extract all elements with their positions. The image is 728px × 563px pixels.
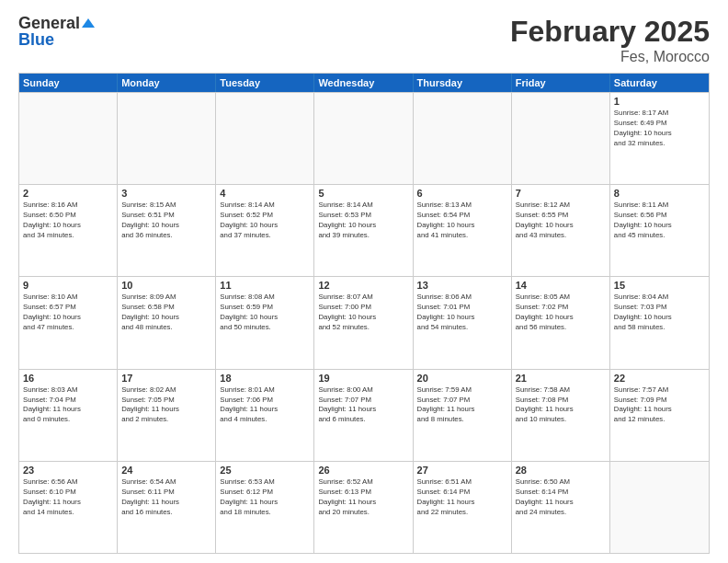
calendar-day-7: 7Sunrise: 8:12 AM Sunset: 6:55 PM Daylig… xyxy=(512,185,610,276)
day-info: Sunrise: 8:15 AM Sunset: 6:51 PM Dayligh… xyxy=(121,201,211,241)
day-number: 10 xyxy=(121,280,211,291)
day-info: Sunrise: 8:05 AM Sunset: 7:02 PM Dayligh… xyxy=(516,293,606,333)
location: Fes, Morocco xyxy=(510,49,710,65)
day-number: 27 xyxy=(417,465,507,476)
logo-blue: Blue xyxy=(18,31,54,48)
day-number: 1 xyxy=(614,96,705,107)
day-info: Sunrise: 8:00 AM Sunset: 7:07 PM Dayligh… xyxy=(318,385,408,426)
month-title: February 2025 xyxy=(510,15,710,49)
day-info: Sunrise: 6:54 AM Sunset: 6:11 PM Dayligh… xyxy=(121,477,211,518)
header-day-wednesday: Wednesday xyxy=(314,74,413,92)
day-info: Sunrise: 8:16 AM Sunset: 6:50 PM Dayligh… xyxy=(23,201,113,241)
calendar-day-23: 23Sunrise: 6:56 AM Sunset: 6:10 PM Dayli… xyxy=(19,462,118,553)
page: General Blue February 2025 Fes, Morocco … xyxy=(0,0,728,563)
calendar-day-21: 21Sunrise: 7:58 AM Sunset: 7:08 PM Dayli… xyxy=(512,370,610,461)
calendar-empty-cell xyxy=(610,462,709,553)
day-number: 26 xyxy=(318,465,408,476)
header-day-monday: Monday xyxy=(118,74,216,92)
day-number: 7 xyxy=(516,188,606,199)
day-number: 22 xyxy=(614,373,705,384)
day-number: 24 xyxy=(121,465,211,476)
header-day-tuesday: Tuesday xyxy=(216,74,314,92)
calendar-empty-cell xyxy=(414,93,512,184)
day-number: 25 xyxy=(220,465,310,476)
day-number: 8 xyxy=(614,188,705,199)
calendar-day-15: 15Sunrise: 8:04 AM Sunset: 7:03 PM Dayli… xyxy=(610,277,709,368)
calendar-day-4: 4Sunrise: 8:14 AM Sunset: 6:52 PM Daylig… xyxy=(216,185,314,276)
day-info: Sunrise: 8:13 AM Sunset: 6:54 PM Dayligh… xyxy=(417,201,507,241)
calendar-day-13: 13Sunrise: 8:06 AM Sunset: 7:01 PM Dayli… xyxy=(414,277,512,368)
calendar-day-26: 26Sunrise: 6:52 AM Sunset: 6:13 PM Dayli… xyxy=(314,462,413,553)
calendar-day-16: 16Sunrise: 8:03 AM Sunset: 7:04 PM Dayli… xyxy=(19,370,118,461)
day-number: 21 xyxy=(516,373,606,384)
header-day-thursday: Thursday xyxy=(414,74,512,92)
day-number: 15 xyxy=(614,280,705,291)
calendar-empty-cell xyxy=(19,93,118,184)
day-number: 5 xyxy=(318,188,408,199)
day-info: Sunrise: 8:01 AM Sunset: 7:06 PM Dayligh… xyxy=(220,385,310,426)
day-number: 18 xyxy=(220,373,310,384)
day-info: Sunrise: 7:57 AM Sunset: 7:09 PM Dayligh… xyxy=(614,385,705,426)
calendar-day-5: 5Sunrise: 8:14 AM Sunset: 6:53 PM Daylig… xyxy=(314,185,413,276)
header: General Blue February 2025 Fes, Morocco xyxy=(18,15,710,65)
calendar-day-25: 25Sunrise: 6:53 AM Sunset: 6:12 PM Dayli… xyxy=(216,462,314,553)
day-number: 23 xyxy=(23,465,113,476)
day-number: 3 xyxy=(121,188,211,199)
day-info: Sunrise: 7:58 AM Sunset: 7:08 PM Dayligh… xyxy=(516,385,606,426)
calendar-body: 1Sunrise: 8:17 AM Sunset: 6:49 PM Daylig… xyxy=(19,92,709,553)
day-number: 11 xyxy=(220,280,310,291)
calendar-header: SundayMondayTuesdayWednesdayThursdayFrid… xyxy=(19,74,709,92)
logo-line-2: Blue xyxy=(18,31,95,48)
day-number: 16 xyxy=(23,373,113,384)
calendar-empty-cell xyxy=(216,93,314,184)
day-number: 6 xyxy=(417,188,507,199)
day-info: Sunrise: 8:14 AM Sunset: 6:53 PM Dayligh… xyxy=(318,201,408,241)
calendar-day-3: 3Sunrise: 8:15 AM Sunset: 6:51 PM Daylig… xyxy=(118,185,216,276)
calendar-day-6: 6Sunrise: 8:13 AM Sunset: 6:54 PM Daylig… xyxy=(414,185,512,276)
day-info: Sunrise: 8:07 AM Sunset: 7:00 PM Dayligh… xyxy=(318,293,408,333)
calendar-day-1: 1Sunrise: 8:17 AM Sunset: 6:49 PM Daylig… xyxy=(610,93,709,184)
day-info: Sunrise: 8:14 AM Sunset: 6:52 PM Dayligh… xyxy=(220,201,310,241)
day-info: Sunrise: 6:50 AM Sunset: 6:14 PM Dayligh… xyxy=(516,477,606,518)
day-number: 28 xyxy=(516,465,606,476)
day-number: 14 xyxy=(516,280,606,291)
calendar-day-22: 22Sunrise: 7:57 AM Sunset: 7:09 PM Dayli… xyxy=(610,370,709,461)
day-info: Sunrise: 8:08 AM Sunset: 6:59 PM Dayligh… xyxy=(220,293,310,333)
day-info: Sunrise: 6:56 AM Sunset: 6:10 PM Dayligh… xyxy=(23,477,113,518)
day-number: 4 xyxy=(220,188,310,199)
svg-marker-0 xyxy=(82,18,95,28)
day-number: 2 xyxy=(23,188,113,199)
calendar-empty-cell xyxy=(118,93,216,184)
logo: General Blue xyxy=(18,15,95,48)
calendar-day-10: 10Sunrise: 8:09 AM Sunset: 6:58 PM Dayli… xyxy=(118,277,216,368)
calendar-day-12: 12Sunrise: 8:07 AM Sunset: 7:00 PM Dayli… xyxy=(314,277,413,368)
calendar-empty-cell xyxy=(314,93,413,184)
day-info: Sunrise: 6:52 AM Sunset: 6:13 PM Dayligh… xyxy=(318,477,408,518)
calendar-day-9: 9Sunrise: 8:10 AM Sunset: 6:57 PM Daylig… xyxy=(19,277,118,368)
calendar-week-3: 16Sunrise: 8:03 AM Sunset: 7:04 PM Dayli… xyxy=(19,369,709,461)
logo-line-1: General xyxy=(18,15,95,31)
day-number: 12 xyxy=(318,280,408,291)
header-day-sunday: Sunday xyxy=(19,74,118,92)
day-info: Sunrise: 8:11 AM Sunset: 6:56 PM Dayligh… xyxy=(614,201,705,241)
calendar-day-28: 28Sunrise: 6:50 AM Sunset: 6:14 PM Dayli… xyxy=(512,462,610,553)
calendar-day-2: 2Sunrise: 8:16 AM Sunset: 6:50 PM Daylig… xyxy=(19,185,118,276)
title-section: February 2025 Fes, Morocco xyxy=(510,15,710,65)
calendar-day-19: 19Sunrise: 8:00 AM Sunset: 7:07 PM Dayli… xyxy=(314,370,413,461)
day-info: Sunrise: 8:04 AM Sunset: 7:03 PM Dayligh… xyxy=(614,293,705,333)
calendar: SundayMondayTuesdayWednesdayThursdayFrid… xyxy=(18,73,710,554)
calendar-day-14: 14Sunrise: 8:05 AM Sunset: 7:02 PM Dayli… xyxy=(512,277,610,368)
day-number: 20 xyxy=(417,373,507,384)
calendar-week-0: 1Sunrise: 8:17 AM Sunset: 6:49 PM Daylig… xyxy=(19,92,709,184)
day-info: Sunrise: 8:10 AM Sunset: 6:57 PM Dayligh… xyxy=(23,293,113,333)
calendar-week-1: 2Sunrise: 8:16 AM Sunset: 6:50 PM Daylig… xyxy=(19,184,709,276)
day-info: Sunrise: 8:12 AM Sunset: 6:55 PM Dayligh… xyxy=(516,201,606,241)
calendar-day-17: 17Sunrise: 8:02 AM Sunset: 7:05 PM Dayli… xyxy=(118,370,216,461)
day-info: Sunrise: 7:59 AM Sunset: 7:07 PM Dayligh… xyxy=(417,385,507,426)
calendar-day-8: 8Sunrise: 8:11 AM Sunset: 6:56 PM Daylig… xyxy=(610,185,709,276)
day-number: 13 xyxy=(417,280,507,291)
calendar-empty-cell xyxy=(512,93,610,184)
calendar-week-4: 23Sunrise: 6:56 AM Sunset: 6:10 PM Dayli… xyxy=(19,461,709,553)
day-info: Sunrise: 6:53 AM Sunset: 6:12 PM Dayligh… xyxy=(220,477,310,518)
day-info: Sunrise: 8:17 AM Sunset: 6:49 PM Dayligh… xyxy=(614,109,705,149)
